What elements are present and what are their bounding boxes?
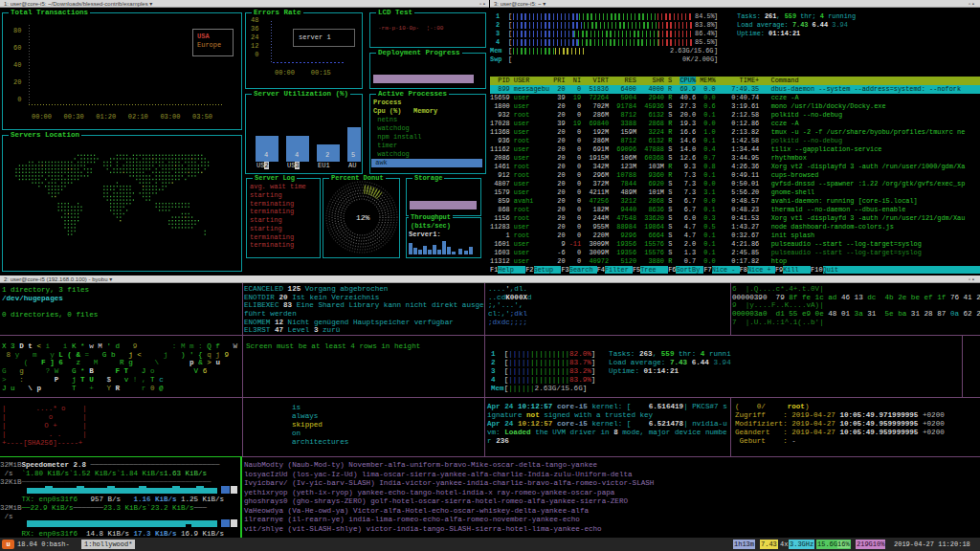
svg-text:12%: 12% <box>356 213 370 222</box>
